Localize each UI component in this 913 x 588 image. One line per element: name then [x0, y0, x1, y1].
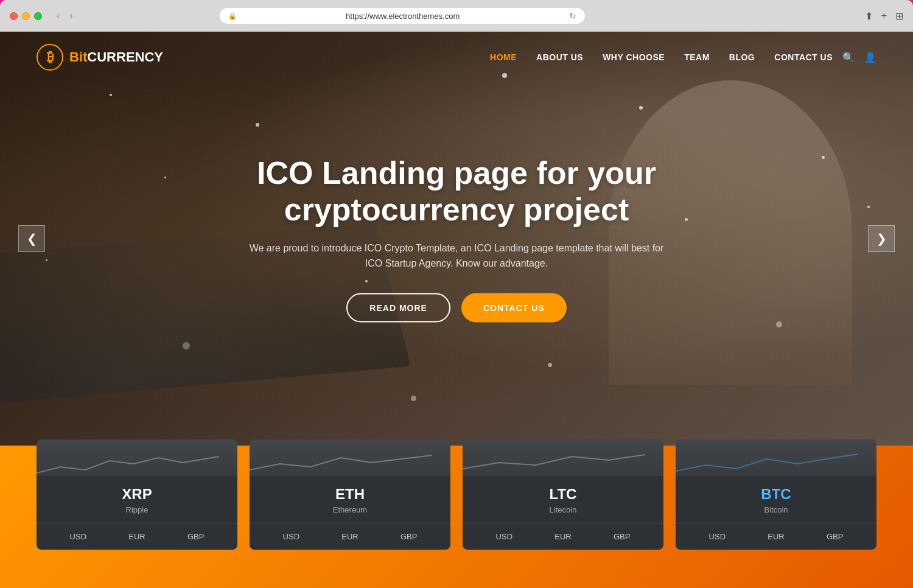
forward-button[interactable]: ›	[66, 9, 76, 23]
eth-chart	[250, 439, 450, 476]
add-tab-icon[interactable]: +	[881, 10, 887, 22]
left-chevron-icon: ❮	[27, 231, 37, 246]
eth-card-body: ETH Ethereum USD EUR GBP	[250, 476, 450, 550]
eth-divider	[250, 523, 450, 523]
crypto-card-eth: ETH Ethereum USD EUR GBP	[250, 439, 450, 550]
ltc-currencies: USD EUR GBP	[475, 532, 651, 541]
ltc-divider	[463, 523, 663, 523]
ltc-gbp[interactable]: GBP	[614, 532, 630, 541]
btc-divider	[676, 523, 876, 523]
browser-window: ‹ › 🔒 https://www.electronthemes.com ↻ ⬆…	[0, 0, 913, 588]
grid-icon[interactable]: ⊞	[895, 10, 903, 22]
nav-why-choose[interactable]: WHY CHOOSE	[603, 52, 665, 62]
snow-dot	[183, 342, 190, 349]
eth-usd[interactable]: USD	[283, 532, 299, 541]
slider-arrow-right[interactable]: ❯	[868, 225, 895, 252]
eth-eur[interactable]: EUR	[341, 532, 358, 541]
user-icon[interactable]: 👤	[864, 52, 876, 63]
eth-name: Ethereum	[262, 505, 438, 514]
logo-currency: CURRENCY	[87, 49, 163, 65]
share-icon[interactable]: ⬆	[865, 10, 873, 22]
address-bar[interactable]: 🔒 https://www.electronthemes.com ↻	[220, 8, 585, 24]
crypto-section: XRP Ripple USD EUR GBP	[0, 446, 913, 588]
website-content: ₿ BitCURRENCY HOME ABOUT US WHY CHOOSE T…	[0, 32, 913, 588]
refresh-icon[interactable]: ↻	[569, 11, 576, 21]
ltc-eur[interactable]: EUR	[554, 532, 571, 541]
btc-chart	[676, 439, 876, 476]
btc-eur[interactable]: EUR	[768, 532, 784, 541]
hero-buttons: READ MORE CONTACT US	[243, 293, 670, 322]
read-more-button[interactable]: READ MORE	[346, 293, 450, 322]
xrp-eur[interactable]: EUR	[128, 532, 145, 541]
close-button[interactable]	[10, 12, 18, 20]
ltc-name: Litecoin	[475, 505, 651, 514]
eth-currencies: USD EUR GBP	[262, 532, 438, 541]
bitcoin-symbol: ₿	[47, 49, 54, 65]
snow-dot	[164, 177, 166, 178]
btc-gbp[interactable]: GBP	[827, 532, 843, 541]
navbar: ₿ BitCURRENCY HOME ABOUT US WHY CHOOSE T…	[0, 32, 913, 83]
logo-icon: ₿	[37, 44, 63, 71]
xrp-gbp[interactable]: GBP	[187, 532, 204, 541]
xrp-currencies: USD EUR GBP	[49, 532, 225, 541]
eth-symbol: ETH	[262, 486, 438, 503]
crypto-card-xrp: XRP Ripple USD EUR GBP	[37, 439, 237, 550]
snow-dot	[685, 218, 688, 221]
contact-us-button[interactable]: CONTACT US	[461, 293, 567, 322]
snow-dot	[822, 156, 825, 159]
ltc-usd[interactable]: USD	[496, 532, 512, 541]
nav-about-us[interactable]: ABOUT US	[536, 52, 583, 62]
xrp-divider	[37, 523, 237, 523]
minimize-button[interactable]	[22, 12, 30, 20]
xrp-symbol: XRP	[49, 486, 225, 503]
snow-dot	[776, 321, 782, 327]
eth-gbp[interactable]: GBP	[401, 532, 417, 541]
btc-card-body: BTC Bitcoin USD EUR GBP	[676, 476, 876, 550]
slider-arrow-left[interactable]: ❮	[18, 225, 45, 252]
browser-actions: ⬆ + ⊞	[865, 10, 903, 22]
nav-home[interactable]: HOME	[490, 52, 517, 62]
logo[interactable]: ₿ BitCURRENCY	[37, 44, 163, 71]
ltc-card-body: LTC Litecoin USD EUR GBP	[463, 476, 663, 550]
btc-currencies: USD EUR GBP	[688, 532, 864, 541]
nav-contact-us[interactable]: CONTACT US	[774, 52, 833, 62]
nav-blog[interactable]: BLOG	[729, 52, 755, 62]
btc-usd[interactable]: USD	[709, 532, 726, 541]
xrp-chart	[37, 439, 237, 476]
xrp-name: Ripple	[49, 505, 225, 514]
maximize-button[interactable]	[34, 12, 42, 20]
lock-icon: 🔒	[228, 12, 237, 20]
snow-dot	[867, 206, 870, 208]
snow-dot	[548, 363, 552, 367]
ltc-symbol: LTC	[475, 486, 651, 503]
btc-symbol: BTC	[688, 486, 864, 503]
hero-content: ICO Landing page for your cryptocurrency…	[243, 155, 670, 323]
search-icon[interactable]: 🔍	[842, 52, 855, 63]
crypto-card-ltc: LTC Litecoin USD EUR GBP	[463, 439, 663, 550]
logo-text: BitCURRENCY	[69, 49, 163, 65]
hero-section: ₿ BitCURRENCY HOME ABOUT US WHY CHOOSE T…	[0, 32, 913, 446]
btc-name: Bitcoin	[688, 505, 864, 514]
url-text: https://www.electronthemes.com	[240, 12, 565, 21]
nav-team[interactable]: TEAM	[684, 52, 710, 62]
back-button[interactable]: ‹	[53, 9, 63, 23]
hero-title: ICO Landing page for your cryptocurrency…	[243, 155, 670, 228]
xrp-card-body: XRP Ripple USD EUR GBP	[37, 476, 237, 550]
snow-dot	[46, 259, 47, 261]
nav-icons: 🔍 👤	[842, 52, 876, 63]
browser-nav-arrows: ‹ ›	[53, 9, 77, 23]
ltc-chart	[463, 439, 663, 476]
xrp-usd[interactable]: USD	[70, 532, 86, 541]
crypto-card-btc: BTC Bitcoin USD EUR GBP	[676, 439, 876, 550]
right-chevron-icon: ❯	[876, 231, 887, 246]
hero-subtitle: We are proud to introduce ICO Crypto Tem…	[243, 240, 670, 271]
logo-bit: Bit	[69, 49, 87, 65]
traffic-lights	[10, 12, 42, 20]
nav-links: HOME ABOUT US WHY CHOOSE TEAM BLOG CONTA…	[490, 52, 833, 63]
snow-dot	[256, 123, 259, 127]
snow-dot	[110, 94, 112, 96]
browser-titlebar: ‹ › 🔒 https://www.electronthemes.com ↻ ⬆…	[0, 0, 913, 32]
